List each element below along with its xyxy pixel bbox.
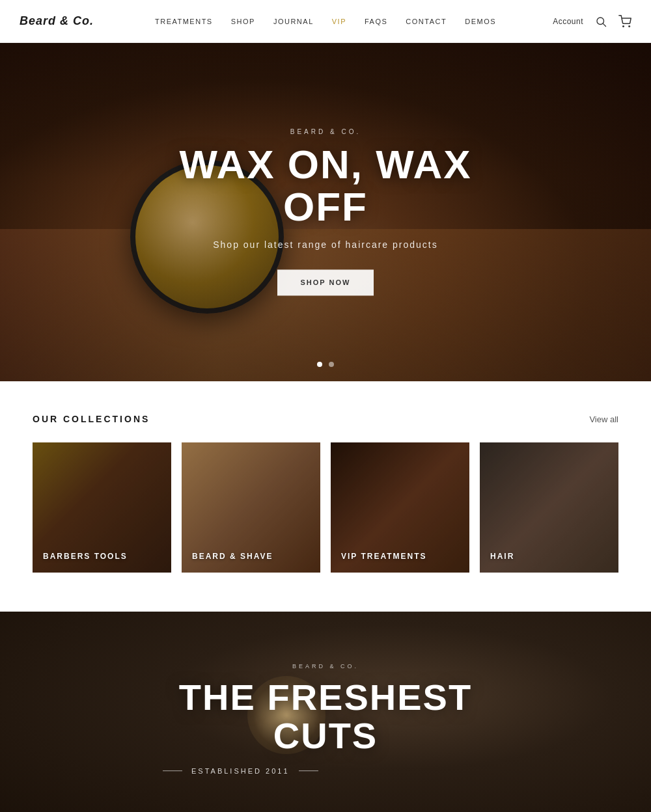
collections-header: OUR COLLECTIONS View all (33, 414, 618, 424)
hero2-section: BEARD & CO. THE FRESHEST CUTS ESTABLISHE… (0, 612, 651, 812)
hero-section: BEARD & CO. WAX ON, WAX OFF Shop our lat… (0, 43, 651, 381)
collection-label-3: VIP TREATMENTS (341, 552, 427, 561)
logo[interactable]: Beard & Co. (20, 14, 94, 28)
view-all-link[interactable]: View all (589, 414, 618, 424)
collections-grid: BARBERS TOOLS BEARD & SHAVE VIP TREATMEN… (33, 442, 618, 573)
hero-content: BEARD & CO. WAX ON, WAX OFF Shop our lat… (163, 128, 488, 295)
nav-demos[interactable]: DEMOS (465, 18, 496, 25)
collection-label-1: BARBERS TOOLS (43, 552, 128, 561)
hero2-tagline: ESTABLISHED 2011 (163, 767, 488, 775)
collection-card-beard-shave[interactable]: BEARD & SHAVE (182, 442, 320, 573)
account-link[interactable]: Account (553, 17, 583, 26)
svg-point-3 (629, 25, 630, 27)
hero-subtitle: Shop our latest range of haircare produc… (163, 240, 488, 250)
nav-contact[interactable]: CONTACT (406, 18, 447, 25)
hero-dot-2[interactable] (329, 362, 334, 367)
collections-title: OUR COLLECTIONS (33, 414, 150, 424)
nav-shop[interactable]: SHOP (231, 18, 255, 25)
collections-section: OUR COLLECTIONS View all BARBERS TOOLS B… (0, 381, 651, 612)
hero2-title: THE FRESHEST CUTS (163, 679, 488, 755)
collection-card-hair[interactable]: HAIR (480, 442, 618, 573)
collection-card-barbers-tools[interactable]: BARBERS TOOLS (33, 442, 171, 573)
svg-line-1 (603, 23, 605, 26)
hero2-content: BEARD & CO. THE FRESHEST CUTS ESTABLISHE… (163, 663, 488, 775)
collection-label-2: BEARD & SHAVE (192, 552, 273, 561)
search-button[interactable] (595, 16, 607, 27)
hero-brand-label: BEARD & CO. (163, 128, 488, 135)
svg-point-2 (623, 25, 624, 27)
search-icon (595, 16, 607, 27)
nav-treatments[interactable]: TREATMENTS (155, 18, 213, 25)
hero2-tagline-text: ESTABLISHED 2011 (191, 767, 290, 775)
hero-cta-button[interactable]: SHOP NOW (277, 270, 374, 296)
hero-dot-1[interactable] (317, 362, 322, 367)
collection-card-vip-treatments[interactable]: VIP TREATMENTS (331, 442, 469, 573)
hero-title: WAX ON, WAX OFF (163, 143, 488, 228)
header-actions: Account (553, 15, 631, 28)
main-nav: TREATMENTS SHOP JOURNAL VIP FAQs CONTACT… (155, 18, 496, 25)
hero2-brand-label: BEARD & CO. (163, 663, 488, 670)
hero-dots (317, 362, 334, 367)
nav-journal[interactable]: JOURNAL (273, 18, 314, 25)
cart-button[interactable] (618, 15, 631, 28)
collection-label-4: HAIR (490, 552, 514, 561)
site-header: Beard & Co. TREATMENTS SHOP JOURNAL VIP … (0, 0, 651, 43)
cart-icon (618, 15, 631, 28)
nav-faqs[interactable]: FAQs (365, 18, 387, 25)
nav-vip[interactable]: VIP (332, 18, 346, 25)
